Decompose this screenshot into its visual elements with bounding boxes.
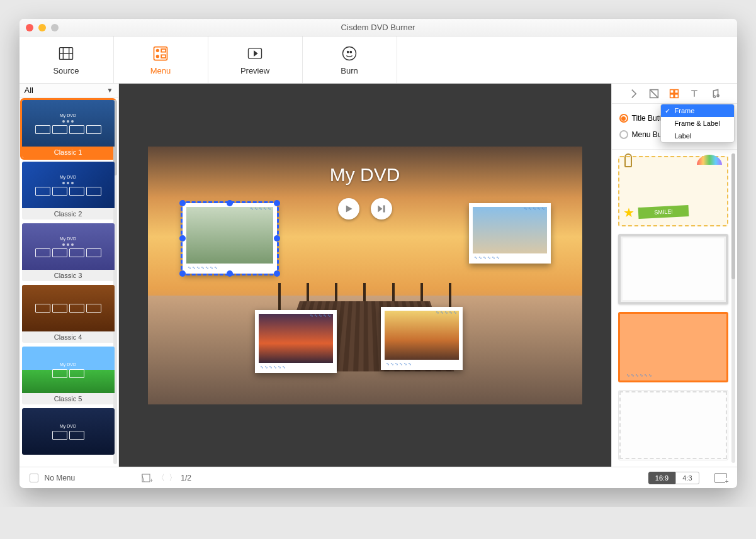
template-item[interactable]: My DVD Classic 1 (22, 100, 115, 158)
svg-marker-14 (346, 205, 352, 212)
frames-button[interactable] (669, 88, 680, 99)
no-menu-checkbox[interactable] (30, 474, 38, 482)
frame-style-item[interactable] (618, 234, 728, 304)
template-label: Classic 2 (22, 208, 115, 219)
tile-ornament-icon: ∿∿∿∿∿∿ (386, 362, 412, 367)
video-tile-2[interactable]: ∿∿∿∿∿∿∿∿∿∿∿ (469, 203, 551, 264)
tile-ornament-icon: ∿∿∿∿∿ (524, 206, 546, 211)
template-thumb: My DVD (22, 223, 115, 270)
text-button[interactable] (689, 88, 700, 99)
template-filter-dropdown[interactable]: All ▼ (20, 84, 118, 97)
svg-rect-23 (142, 474, 150, 482)
page-controls: + 〈 〉 1/2 (142, 472, 191, 484)
chevron-down-icon: ▼ (107, 87, 113, 94)
dvd-title[interactable]: My DVD (148, 164, 582, 186)
thumb-title: My DVD (60, 424, 76, 428)
text-icon (689, 89, 699, 99)
music-icon (709, 89, 719, 99)
tab-source-label: Source (53, 66, 79, 75)
thumb-title: My DVD (60, 175, 76, 179)
tab-source[interactable]: Source (20, 36, 114, 83)
template-item[interactable]: Classic 4 (22, 285, 115, 343)
prev-page-button[interactable]: 〈 (157, 472, 165, 484)
menu-icon (152, 45, 169, 62)
template-item[interactable]: My DVD Classic 2 (22, 162, 115, 219)
frames-icon (669, 89, 679, 99)
template-item[interactable]: My DVD Classic 5 (22, 347, 115, 404)
svg-rect-7 (161, 49, 166, 52)
star-icon: ★ (623, 205, 635, 220)
svg-text:+: + (150, 477, 153, 483)
play-icon (344, 204, 353, 213)
template-label: Classic 3 (22, 270, 115, 281)
tab-preview[interactable]: Preview (208, 36, 303, 83)
chevron-right-icon (629, 89, 639, 99)
svg-point-11 (343, 47, 356, 60)
tab-burn-label: Burn (341, 66, 358, 75)
template-label: Classic 5 (22, 393, 115, 404)
dropdown-option[interactable]: Frame (661, 104, 734, 117)
dropdown-option[interactable]: Label (661, 130, 734, 142)
menu-canvas[interactable]: My DVD ∿∿∿∿∿ ∿∿∿∿∿∿∿ ∿∿∿∿∿∿∿∿∿∿∿ (148, 147, 582, 404)
properties-toolbar (612, 84, 737, 104)
tile-ornament-icon: ∿∿∿∿∿∿∿ (188, 265, 218, 270)
svg-point-13 (350, 51, 351, 52)
app-window: Cisdem DVD Burner Source Menu Preview Bu… (20, 19, 737, 488)
tile-ornament-icon: ∿∿∿∿∿ (250, 206, 272, 211)
svg-rect-16 (383, 205, 385, 212)
next-page-button[interactable]: 〉 (169, 472, 177, 484)
svg-point-12 (347, 51, 349, 52)
video-tile-4[interactable]: ∿∿∿∿∿∿∿∿∿∿∿ (381, 307, 463, 370)
video-tile-1[interactable]: ∿∿∿∿∿ ∿∿∿∿∿∿∿ (183, 203, 277, 274)
thumb-title: My DVD (60, 362, 76, 367)
svg-rect-22 (675, 94, 679, 97)
template-list: My DVD Classic 1 My DVD Classic 2 (20, 97, 118, 467)
svg-rect-21 (670, 94, 674, 97)
next-button[interactable] (371, 198, 392, 219)
aspect-16-9-button[interactable]: 16:9 (648, 472, 675, 484)
panel-collapse-button[interactable] (628, 88, 640, 99)
video-tile-3[interactable]: ∿∿∿∿∿∿∿∿∿∿∿ (255, 310, 337, 373)
frame-scrollbar[interactable] (731, 153, 735, 463)
svg-line-18 (650, 89, 658, 97)
frame-style-dropdown[interactable]: Frame Frame & Label Label (660, 104, 735, 143)
background-image-button[interactable] (714, 473, 727, 483)
template-thumb: My DVD (22, 347, 115, 393)
svg-marker-10 (254, 51, 257, 55)
content-area: All ▼ My DVD Classic 1 My DVD (20, 84, 737, 467)
svg-marker-15 (378, 205, 382, 212)
aspect-4-3-button[interactable]: 4:3 (675, 472, 699, 484)
window-title: Cisdem DVD Burner (20, 23, 737, 32)
tile-ornament-icon: ∿∿∿∿∿∿ (626, 373, 653, 378)
frame-list: ★ SMILE! ∿∿∿∿∿∿ (612, 150, 737, 467)
burn-icon (341, 45, 358, 62)
tab-burn[interactable]: Burn (303, 36, 397, 83)
frame-style-item[interactable] (618, 390, 728, 460)
frame-style-item[interactable]: ∿∿∿∿∿∿ (618, 312, 728, 382)
main-toolbar: Source Menu Preview Burn (20, 36, 737, 84)
aspect-ratio-toggle: 16:9 4:3 (648, 472, 699, 484)
template-thumb: My DVD (22, 100, 115, 147)
prohibit-icon (649, 89, 659, 99)
rainbow-icon (697, 155, 722, 165)
svg-point-5 (157, 49, 159, 52)
add-page-icon[interactable]: + (142, 473, 153, 483)
svg-rect-19 (670, 89, 674, 93)
play-button[interactable] (338, 198, 359, 219)
no-template-button[interactable] (648, 88, 660, 99)
footer-bar: No Menu + 〈 〉 1/2 16:9 4:3 (20, 467, 737, 488)
template-item[interactable]: My DVD Classic 3 (22, 223, 115, 281)
music-button[interactable] (709, 88, 720, 99)
page-indicator: 1/2 (181, 474, 191, 482)
tab-menu[interactable]: Menu (114, 36, 208, 83)
dropdown-option[interactable]: Frame & Label (661, 117, 734, 130)
frame-style-item[interactable]: ★ SMILE! (618, 156, 728, 226)
tile-ornament-icon: ∿∿∿∿∿ (436, 310, 458, 315)
tab-menu-label: Menu (150, 66, 171, 75)
preview-icon (246, 45, 264, 62)
template-item[interactable]: My DVD (22, 408, 115, 455)
radio-icon (619, 114, 628, 123)
template-thumb (22, 285, 115, 331)
properties-panel: Title Button Menu Button Frame Frame & L… (611, 84, 737, 467)
no-menu-label: No Menu (45, 474, 76, 482)
